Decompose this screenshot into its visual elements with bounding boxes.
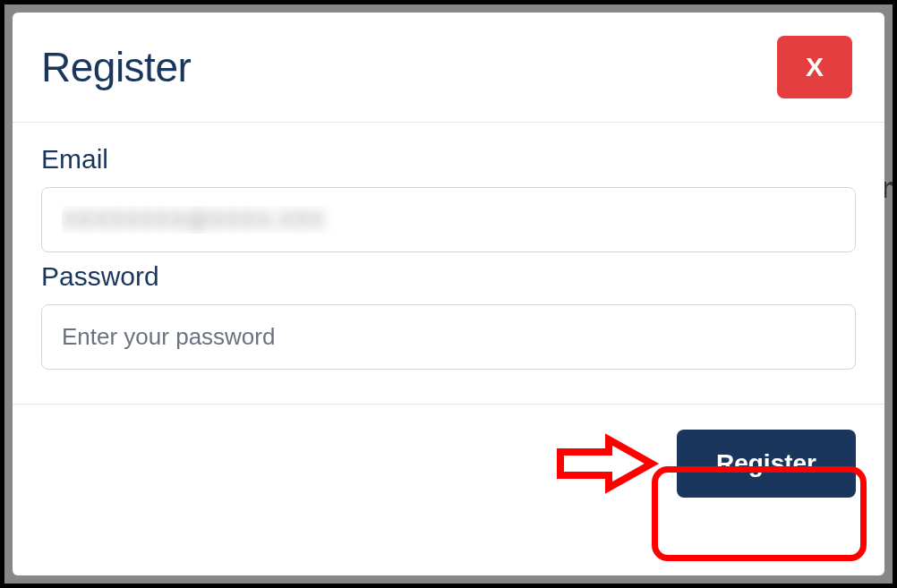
email-label: Email <box>41 144 856 175</box>
password-field[interactable] <box>41 304 856 370</box>
modal-footer: Register <box>13 404 884 523</box>
register-modal: Register X Email Password Register <box>13 13 884 575</box>
modal-body: Email Password <box>13 123 884 404</box>
password-label: Password <box>41 261 856 292</box>
email-group: Email <box>41 144 856 252</box>
email-field[interactable] <box>41 187 856 252</box>
register-button[interactable]: Register <box>677 430 856 498</box>
password-group: Password <box>41 261 856 370</box>
close-icon: X <box>806 52 824 82</box>
modal-title: Register <box>41 43 191 91</box>
arrow-icon <box>553 432 661 495</box>
modal-header: Register X <box>13 13 884 123</box>
close-button[interactable]: X <box>777 36 852 98</box>
